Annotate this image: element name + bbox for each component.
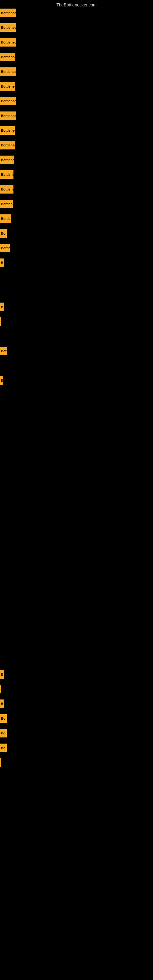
bar-item xyxy=(0,317,1,326)
bar-item: Bo xyxy=(0,229,7,238)
bar-label: Bottlene xyxy=(0,217,11,221)
bar-label: B xyxy=(0,673,4,676)
bar-label: Bottleneck r xyxy=(0,202,13,206)
bar-label: Bottleneck r xyxy=(0,188,13,191)
bar-item: Bottleneck resu xyxy=(0,52,15,61)
bar-item xyxy=(0,758,1,767)
bar-item: Bottleneck resu xyxy=(0,97,16,105)
bar-label: Bottleneck res xyxy=(0,129,15,132)
bar-item: Bottleneck r xyxy=(0,170,13,179)
bar-label: Bot xyxy=(0,349,7,353)
bar-item: Bottleneck resu xyxy=(0,111,16,120)
bar-label: Bottle xyxy=(0,246,10,250)
bar-item: B xyxy=(0,258,4,267)
bar-label: Bo xyxy=(0,717,6,720)
bar-item: B xyxy=(0,670,4,679)
bar-label: Bottleneck resu xyxy=(0,143,15,147)
bar-label: Bo xyxy=(0,232,6,235)
bar-label: Bottleneck r xyxy=(0,173,13,177)
bar-item: Bottleneck resu xyxy=(0,38,16,46)
bar-label: Bottleneck resu xyxy=(0,55,15,59)
bar-item: B xyxy=(0,700,4,708)
bar-label: Bottleneck resu xyxy=(0,84,15,88)
bar-item: Bottleneck resu xyxy=(0,23,16,32)
bar-item: B xyxy=(0,302,4,311)
bar-label: Bottleneck resu xyxy=(0,70,16,73)
bar-label: Bottleneck resu xyxy=(0,114,16,118)
bar-item: Bottlene xyxy=(0,215,11,223)
site-title: TheBottlenecker.com xyxy=(0,0,153,10)
bar-item: Bottleneck resu xyxy=(0,82,15,91)
bar-item: Bottleneck resu xyxy=(0,141,15,150)
bar-label: B xyxy=(0,261,4,265)
bar-label: Bottleneck resu xyxy=(0,40,16,44)
bar-item xyxy=(0,685,1,694)
bar-item: Bo xyxy=(0,729,7,737)
bar-item: Bo xyxy=(0,714,7,723)
bar-label: B xyxy=(0,305,4,309)
bar-label: Bottleneck resu xyxy=(0,11,16,15)
bar-label: Bottleneck resu xyxy=(0,99,16,103)
bar-label: B xyxy=(0,379,3,382)
bar-label: Bottleneck re xyxy=(0,158,14,162)
bar-item: Bottleneck r xyxy=(0,185,13,194)
bar-item: Bottle xyxy=(0,244,10,252)
bar-item: Bo xyxy=(0,744,7,752)
bar-label: B xyxy=(0,702,4,706)
bar-item: Bottleneck resu xyxy=(0,9,16,17)
bar-item: Bottleneck resu xyxy=(0,67,16,76)
bar-label: Bottleneck resu xyxy=(0,26,16,29)
bar-label: Bo xyxy=(0,731,6,735)
bar-item: B xyxy=(0,376,3,385)
bar-item: Bot xyxy=(0,347,7,355)
bar-item: Bottleneck res xyxy=(0,126,15,135)
bar-label: Bo xyxy=(0,746,6,750)
bar-item: Bottleneck r xyxy=(0,200,13,208)
bar-item: Bottleneck re xyxy=(0,156,14,164)
